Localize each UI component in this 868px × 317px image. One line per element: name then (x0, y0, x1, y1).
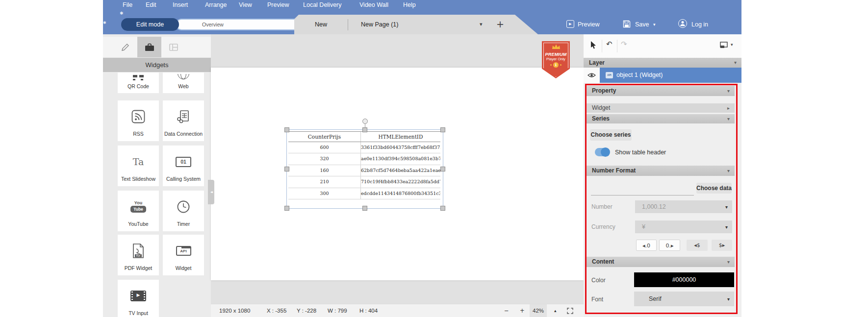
number-format-section-header[interactable]: Number Format ▾ (587, 166, 735, 176)
sparkle-icon: ✱ (120, 11, 124, 16)
widget-card-pdf[interactable]: PDF PDF Widget (118, 235, 159, 275)
widget-card-tv-input[interactable]: ▶ TV Input (118, 280, 159, 317)
number-format-select[interactable]: 1,000.12 ▾ (635, 200, 732, 213)
widget-card-qr-code[interactable]: QR Code (118, 73, 159, 93)
tab-new[interactable]: New (294, 15, 348, 34)
align-caret-icon[interactable]: ▾ (731, 42, 733, 47)
color-swatch-button[interactable]: #000000 (634, 272, 734, 287)
undo-button[interactable]: ↶ (606, 40, 613, 49)
content-section-header[interactable]: Content ▾ (587, 257, 735, 267)
property-title: Property (592, 87, 616, 94)
show-table-header-toggle[interactable] (595, 148, 610, 156)
redo-button[interactable]: ↷ (621, 40, 627, 49)
widget-label: Text Slideshow (118, 176, 159, 182)
widget-card-calling-system[interactable]: 01 Calling System (163, 146, 204, 186)
edit-mode-button[interactable]: Edit mode (121, 18, 179, 31)
align-layers-icon[interactable] (720, 42, 728, 49)
layer-section-header[interactable]: Layer ▾ (584, 58, 741, 68)
currency-suffix-button[interactable]: $▸ (712, 240, 732, 251)
rotation-handle[interactable] (362, 119, 368, 124)
series-section-header[interactable]: Series ▾ (587, 114, 735, 123)
resize-handle-e[interactable] (440, 167, 445, 171)
menu-video-wall[interactable]: Video Wall (359, 1, 388, 9)
widget-card-api-widget[interactable]: API Widget (163, 235, 204, 275)
widget-sidebar: Widgets QR Code Web RSS (103, 34, 211, 317)
menu-file[interactable]: File (123, 1, 132, 9)
choose-series-button[interactable]: Choose series (590, 129, 632, 141)
widget-card-timer[interactable]: Timer (163, 191, 204, 231)
save-button[interactable]: Save (635, 20, 649, 29)
widget-label: YouTube (118, 221, 159, 227)
save-dropdown-caret-icon[interactable]: ▾ (653, 22, 656, 27)
menu-insert[interactable]: Insert (173, 1, 188, 9)
resize-handle-s[interactable] (362, 206, 367, 211)
timer-clock-icon (177, 200, 190, 214)
widget-label: Web (163, 83, 204, 89)
menu-help[interactable]: Help (403, 1, 416, 9)
increase-decimal-button[interactable]: 0.▸ (659, 240, 680, 251)
zoom-out-button[interactable]: − (504, 304, 509, 317)
resize-handle-n[interactable] (362, 127, 367, 132)
widget-card-web[interactable]: Web (163, 73, 204, 93)
caret-down-icon: ▾ (725, 200, 728, 213)
menu-view[interactable]: View (239, 1, 252, 9)
design-canvas[interactable]: CounterPrijs HTMLElementID 600 3361f33bd… (211, 34, 584, 304)
tab-widgets[interactable] (137, 37, 161, 57)
tab-draw-pencil[interactable] (113, 37, 137, 57)
widget-card-youtube[interactable]: You Tube YouTube (118, 191, 159, 231)
menu-arrange[interactable]: Arrange (205, 1, 227, 9)
zoom-menu-caret-icon[interactable]: ▴ (554, 304, 557, 317)
resize-handle-ne[interactable] (440, 127, 445, 132)
sidebar-collapse-button[interactable]: ◂◂ (208, 180, 214, 204)
widget-card-rss[interactable]: RSS (118, 100, 159, 141)
decrease-decimal-button[interactable]: ◂.0 (636, 240, 657, 251)
currency-select[interactable]: ¥ ▾ (635, 220, 732, 233)
page-tab-strip: New New Page (1) ▾ + (294, 15, 538, 34)
fullscreen-button[interactable] (567, 308, 573, 315)
color-label: Color (591, 277, 606, 284)
select-cursor-icon[interactable] (590, 41, 597, 49)
selection-box[interactable] (286, 129, 443, 209)
resize-handle-se[interactable] (440, 206, 445, 211)
caret-down-icon: ▾ (725, 220, 728, 233)
add-page-button[interactable]: + (496, 15, 504, 34)
text-slideshow-icon: Ta (133, 156, 144, 167)
tv-input-icon: ▶ (130, 291, 146, 301)
web-globe-icon (178, 74, 189, 80)
data-field-input[interactable] (591, 184, 694, 195)
widget-section-header[interactable]: Widget ▸ (587, 103, 735, 113)
save-icon (623, 20, 631, 28)
layer-object-row[interactable]: API object 1 (Widget) (584, 68, 741, 83)
preview-button[interactable]: Preview (578, 20, 599, 29)
svg-text:PDF: PDF (136, 255, 140, 257)
show-table-header-label: Show table header (615, 149, 666, 156)
widget-label: TV Input (118, 310, 159, 316)
caret-down-icon: ▾ (727, 166, 730, 176)
widget-thumb-icon: API (606, 72, 613, 78)
widget-card-data-connection[interactable]: Data Connection (163, 100, 204, 141)
fullscreen-icon (567, 308, 573, 314)
login-button[interactable]: Log in (691, 20, 708, 29)
layer-title: Layer (589, 59, 605, 66)
tab-layouts[interactable] (161, 37, 185, 57)
font-select[interactable]: Serif ▾ (634, 292, 734, 306)
property-section-header[interactable]: Property ▾ (587, 86, 735, 96)
properties-panel: ↶ ↷ ▾ Layer ▾ API object 1 (Widget) Prop… (584, 34, 741, 317)
tab-dropdown-caret-icon[interactable]: ▾ (480, 15, 483, 34)
zoom-in-button[interactable]: + (520, 304, 525, 317)
resize-handle-nw[interactable] (284, 127, 289, 132)
overview-button[interactable]: Overview (179, 20, 247, 29)
menu-local-delivery[interactable]: Local Delivery (303, 1, 342, 9)
menu-preview[interactable]: Preview (267, 1, 289, 9)
top-bar: File Edit Insert Arrange View Preview Lo… (103, 0, 741, 34)
choose-data-button[interactable]: Choose data (696, 183, 732, 194)
resize-handle-sw[interactable] (284, 206, 289, 211)
resize-handle-w[interactable] (284, 167, 289, 171)
visibility-eye-icon[interactable] (587, 73, 596, 78)
currency-prefix-button[interactable]: ◂$ (687, 240, 708, 251)
widget-card-text-slideshow[interactable]: Ta Text Slideshow (118, 146, 159, 186)
zoom-level[interactable]: 42% (530, 304, 547, 317)
menu-edit[interactable]: Edit (146, 1, 156, 9)
tab-new-page-1[interactable]: New Page (1) (361, 15, 398, 34)
widget-label: Widget (163, 265, 204, 271)
